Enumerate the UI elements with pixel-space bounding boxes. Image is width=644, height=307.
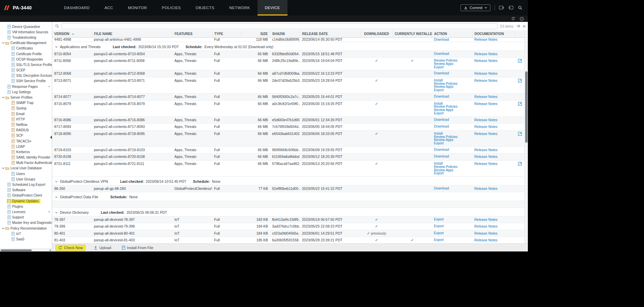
release-notes-link[interactable]: Release Notes bbox=[474, 162, 498, 166]
sidebar-item-server-profiles[interactable]: Server Profiles bbox=[0, 95, 52, 100]
sidebar-item-netflow[interactable]: Netflow bbox=[0, 122, 52, 127]
sidebar-item-ocsp-responder[interactable]: OCSP Responder bbox=[0, 57, 52, 62]
update-row-78-397[interactable]: 78-397panup-all-deviceid-78-397IoTFull18… bbox=[52, 216, 524, 223]
release-notes-link[interactable]: Release Notes bbox=[474, 95, 498, 99]
action-link-export[interactable]: Export bbox=[434, 231, 444, 235]
sidebar-item-scp[interactable]: SCP bbox=[0, 133, 52, 138]
update-row-8721-8111[interactable]: 8721-8111panupv2-all-contents-8721-8111A… bbox=[52, 160, 524, 176]
release-notes-link[interactable]: Release Notes bbox=[474, 59, 498, 63]
nav-item-monitor[interactable]: MONITOR bbox=[121, 0, 155, 15]
config-push-icon[interactable] bbox=[508, 5, 514, 10]
sidebar-item-scheduled-log-export[interactable]: Scheduled Log Export bbox=[0, 182, 52, 187]
action-link-export[interactable]: Export bbox=[434, 65, 444, 69]
nav-item-policies[interactable]: POLICIES bbox=[155, 0, 188, 15]
release-notes-link[interactable]: Release Notes bbox=[474, 238, 498, 242]
sidebar-item-http[interactable]: HTTP bbox=[0, 116, 52, 122]
section-collapse-icon[interactable] bbox=[55, 196, 58, 199]
section-collapse-icon[interactable] bbox=[55, 45, 58, 48]
action-link-download[interactable]: Download bbox=[434, 155, 449, 158]
scrollbar-thumb[interactable] bbox=[1, 249, 32, 251]
action-link-download[interactable]: Download bbox=[434, 71, 449, 75]
help-icon[interactable]: ? bbox=[520, 17, 524, 21]
sidebar-item-log-settings[interactable]: Log Settings bbox=[0, 89, 52, 95]
update-row-8720-8108[interactable]: 8720-8108panupv2-all-contents-8720-8108A… bbox=[52, 154, 524, 161]
sidebar-item-multi-factor-authentication[interactable]: Multi Factor Authentication bbox=[0, 160, 52, 166]
update-row-8718-8095[interactable]: 8718-8095panupv2-all-contents-8718-8095A… bbox=[52, 130, 524, 146]
sidebar-item-local-user-database[interactable]: Local User Database bbox=[0, 166, 52, 171]
sidebar-item-ssl-decryption-exclusion[interactable]: SSL Decryption Exclusion bbox=[0, 73, 52, 78]
sidebar-item-users[interactable]: Users bbox=[0, 171, 52, 176]
release-notes-link[interactable]: Release Notes bbox=[474, 155, 498, 159]
sidebar-item-response-pages[interactable]: Response Pages bbox=[0, 84, 52, 89]
action-link-export[interactable]: Export bbox=[434, 141, 444, 145]
action-link-download[interactable]: Download bbox=[434, 38, 449, 41]
action-link-export[interactable]: Export bbox=[434, 238, 444, 242]
refresh-icon[interactable] bbox=[511, 17, 515, 21]
action-link-export[interactable]: Export bbox=[434, 171, 444, 175]
sidebar-item-scep[interactable]: SCEP bbox=[0, 68, 52, 73]
sidebar-item-saml-identity-provider[interactable]: SAML Identity Provider bbox=[0, 155, 52, 160]
sidebar-item-plugins[interactable]: Plugins bbox=[0, 204, 52, 209]
nav-item-device[interactable]: DEVICE bbox=[258, 0, 287, 15]
action-link-download[interactable]: Download bbox=[434, 148, 449, 151]
release-notes-doc-icon[interactable] bbox=[518, 79, 522, 82]
release-notes-link[interactable]: Release Notes bbox=[474, 231, 498, 235]
scrollbar-thumb[interactable] bbox=[525, 71, 528, 143]
sidebar-item-certificate-profile[interactable]: Certificate Profile bbox=[0, 51, 52, 57]
update-row-8710-8054[interactable]: 8710-8054panupv2-all-contents-8710-8054A… bbox=[52, 50, 524, 58]
update-row-8714-8077[interactable]: 8714-8077panupv2-all-contents-8714-8077A… bbox=[52, 94, 524, 101]
release-notes-link[interactable]: Release Notes bbox=[474, 125, 498, 129]
sidebar-horizontal-scrollbar[interactable] bbox=[0, 248, 52, 251]
update-row-8712-8068[interactable]: 8712-8068panupv2-all-contents-8712-8068A… bbox=[52, 70, 524, 77]
column-header-currently-installed[interactable]: CURRENTLY INSTALLED bbox=[393, 30, 432, 37]
column-header-documentation[interactable]: DOCUMENTATION bbox=[472, 30, 515, 37]
tree-expander-icon[interactable] bbox=[1, 96, 5, 99]
check-now-button[interactable]: Check Now bbox=[56, 245, 86, 251]
config-save-icon[interactable] bbox=[499, 5, 504, 10]
release-notes-link[interactable]: Release Notes bbox=[474, 118, 498, 122]
install-from-file-button[interactable]: Install From File bbox=[119, 245, 156, 251]
update-row-8719-8103[interactable]: 8719-8103panupv2-all-contents-8719-8103A… bbox=[52, 146, 524, 154]
sidebar-item-email[interactable]: Email bbox=[0, 111, 52, 116]
column-header-downloaded[interactable]: DOWNLOADED bbox=[361, 30, 393, 37]
sidebar-item-software[interactable]: Software bbox=[0, 187, 52, 193]
sidebar-item-saas[interactable]: SaaS bbox=[0, 236, 52, 242]
action-link-download[interactable]: Download bbox=[434, 95, 449, 98]
sidebar-item-radius[interactable]: RADIUS bbox=[0, 128, 52, 133]
sidebar-item-troubleshooting[interactable]: Troubleshooting bbox=[0, 35, 52, 40]
nav-item-network[interactable]: NETWORK bbox=[222, 0, 258, 15]
update-row-81-403[interactable]: 81-403panup-all-deviceid-81-403IoTFull18… bbox=[52, 237, 524, 243]
sidebar-item-tacacs[interactable]: TACACS+ bbox=[0, 138, 52, 144]
tree-expander-icon[interactable] bbox=[1, 41, 5, 44]
sidebar-item-iot[interactable]: IoT bbox=[0, 231, 52, 236]
sidebar-collapse-handle[interactable] bbox=[50, 136, 52, 139]
sidebar-item-vm-information-sources[interactable]: VM Information Sources bbox=[0, 29, 52, 35]
nav-item-objects[interactable]: OBJECTS bbox=[188, 0, 222, 15]
release-notes-link[interactable]: Release Notes bbox=[474, 102, 498, 106]
sidebar-item-master-key-and-diagnostics[interactable]: Master Key and Diagnostics bbox=[0, 220, 52, 226]
release-notes-link[interactable]: Release Notes bbox=[474, 37, 498, 41]
global-search-icon[interactable] bbox=[518, 5, 522, 10]
action-link-export[interactable]: Export bbox=[434, 217, 444, 221]
sidebar-item-device-quarantine[interactable]: Device Quarantine bbox=[0, 24, 52, 29]
update-row-8717-8093[interactable]: 8717-8093panupv2-all-contents-8717-8093A… bbox=[52, 124, 524, 131]
clear-filter-icon[interactable] bbox=[522, 25, 526, 28]
release-notes-link[interactable]: Release Notes bbox=[474, 71, 498, 75]
filter-input[interactable] bbox=[62, 23, 498, 29]
tree-expander-icon[interactable] bbox=[1, 227, 5, 230]
sidebar-item-support[interactable]: Support bbox=[0, 215, 52, 220]
column-header-type[interactable]: TYPE bbox=[212, 30, 241, 37]
update-row-8716-8086[interactable]: 8716-8086panupv2-all-contents-8716-8086A… bbox=[52, 116, 524, 124]
upload-button[interactable]: Upload bbox=[91, 245, 114, 251]
sidebar-item-licenses[interactable]: Licenses bbox=[0, 209, 52, 214]
column-header-sha256[interactable]: SHA256 bbox=[270, 30, 300, 37]
sidebar-item-policy-recommendation[interactable]: Policy Recommendation bbox=[0, 226, 52, 231]
section-collapse-icon[interactable] bbox=[55, 180, 58, 183]
release-notes-link[interactable]: Release Notes bbox=[474, 52, 498, 56]
column-header-release-date[interactable]: RELEASE DATE bbox=[300, 30, 361, 37]
column-header-size[interactable]: SIZE bbox=[241, 30, 270, 37]
release-notes-link[interactable]: Release Notes bbox=[474, 224, 498, 228]
column-header-version[interactable]: VERSION bbox=[52, 30, 92, 37]
release-notes-doc-icon[interactable] bbox=[518, 102, 522, 106]
sidebar-item-certificate-management[interactable]: Certificate Management bbox=[0, 40, 52, 46]
